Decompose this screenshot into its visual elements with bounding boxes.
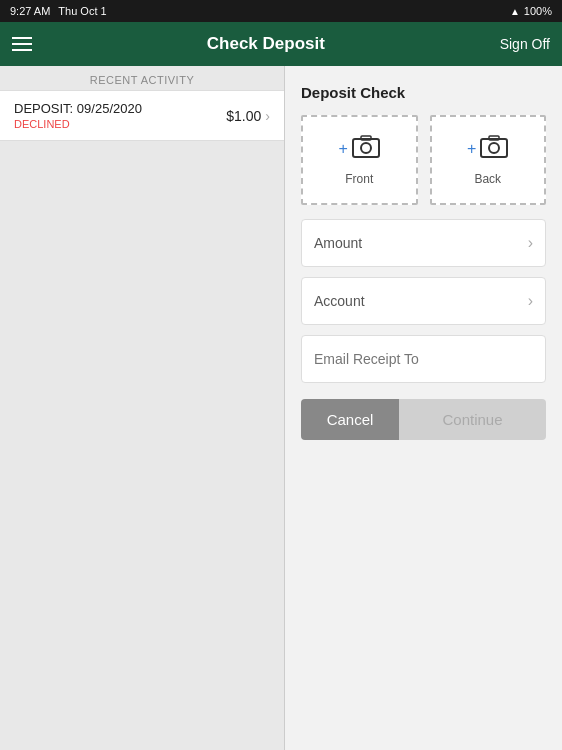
email-field[interactable] (301, 335, 546, 383)
recent-activity-label: RECENT ACTIVITY (0, 66, 284, 90)
front-camera-icon-wrap: + (339, 134, 380, 164)
svg-point-1 (361, 143, 371, 153)
amount-field[interactable]: Amount › (301, 219, 546, 267)
menu-button[interactable] (12, 37, 32, 51)
back-camera-icon-wrap: + (467, 134, 508, 164)
sign-off-button[interactable]: Sign Off (500, 36, 550, 52)
wifi-icon: ▲ (510, 6, 520, 17)
back-camera-icon (480, 134, 508, 164)
battery-level: 100% (524, 5, 552, 17)
chevron-right-icon: › (265, 108, 270, 124)
status-bar-right: ▲ 100% (510, 5, 552, 17)
left-panel: RECENT ACTIVITY DEPOSIT: 09/25/2020 DECL… (0, 66, 285, 750)
deposit-item-amount-area: $1.00 › (226, 108, 270, 124)
status-time: 9:27 AM (10, 5, 50, 17)
front-camera-icon (352, 134, 380, 164)
status-day: Thu Oct 1 (58, 5, 106, 17)
account-chevron-icon: › (528, 292, 533, 310)
account-field[interactable]: Account › (301, 277, 546, 325)
hamburger-line (12, 49, 32, 51)
amount-chevron-icon: › (528, 234, 533, 252)
svg-rect-3 (481, 139, 507, 157)
front-label: Front (345, 172, 373, 186)
deposit-list-item[interactable]: DEPOSIT: 09/25/2020 DECLINED $1.00 › (0, 90, 284, 141)
back-label: Back (474, 172, 501, 186)
front-camera-button[interactable]: + Front (301, 115, 418, 205)
deposit-item-title: DEPOSIT: 09/25/2020 (14, 101, 142, 116)
amount-label: Amount (314, 235, 362, 251)
continue-button[interactable]: Continue (399, 399, 546, 440)
deposit-item-info: DEPOSIT: 09/25/2020 DECLINED (14, 101, 142, 130)
camera-row: + Front + (301, 115, 546, 205)
deposit-item-status: DECLINED (14, 118, 142, 130)
email-input[interactable] (314, 351, 533, 367)
hamburger-line (12, 43, 32, 45)
account-label: Account (314, 293, 365, 309)
right-panel: Deposit Check + Front (285, 66, 562, 750)
svg-rect-0 (353, 139, 379, 157)
nav-bar: Check Deposit Sign Off (0, 22, 562, 66)
page-title: Check Deposit (207, 34, 325, 54)
hamburger-line (12, 37, 32, 39)
cancel-button[interactable]: Cancel (301, 399, 399, 440)
main-container: RECENT ACTIVITY DEPOSIT: 09/25/2020 DECL… (0, 66, 562, 750)
deposit-check-title: Deposit Check (301, 84, 546, 101)
svg-point-4 (489, 143, 499, 153)
back-plus-icon: + (467, 140, 476, 158)
status-bar: 9:27 AM Thu Oct 1 ▲ 100% (0, 0, 562, 22)
back-camera-button[interactable]: + Back (430, 115, 547, 205)
status-bar-left: 9:27 AM Thu Oct 1 (10, 5, 107, 17)
buttons-row: Cancel Continue (301, 399, 546, 440)
front-plus-icon: + (339, 140, 348, 158)
deposit-item-amount: $1.00 (226, 108, 261, 124)
